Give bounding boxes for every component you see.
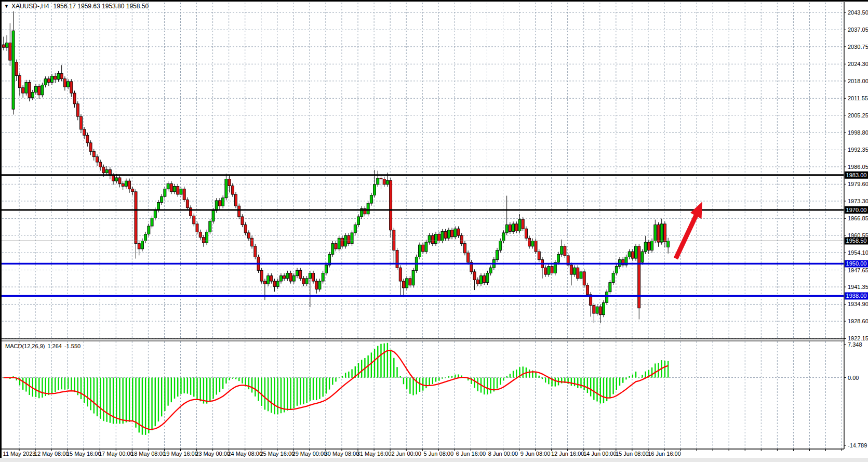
time-axis-label: 31 May 16:00: [357, 451, 392, 457]
time-axis-label: 19 May 16:00: [163, 451, 198, 457]
time-axis-label: 12 Jun 16:00: [551, 451, 584, 457]
price-badge-1970.00: 1970.00: [846, 207, 867, 213]
time-axis-label: 24 May 08:00: [228, 451, 262, 457]
macd-indicator-label: MACD(12,26,9)1.264-1.550: [5, 343, 83, 349]
price-axis-label: 2043.50: [848, 9, 868, 16]
chart-title-bar: ▼XAUUSD-,H41956.17 1959.63 1953.80 1958.…: [4, 3, 149, 10]
time-axis-label: 16 Jun 16:00: [648, 451, 681, 457]
time-axis-label: 6 Jun 16:00: [456, 451, 486, 457]
price-axis-label: 2005.25: [848, 112, 868, 118]
macd-axis-label: -14.789: [848, 442, 867, 448]
macd-value: 1.264: [47, 343, 62, 349]
chart-canvas[interactable]: 2043.502037.052030.752024.302018.002011.…: [0, 0, 868, 462]
price-badge-1950.00: 1950.00: [846, 260, 867, 267]
price-axis-label: 1922.15: [848, 335, 868, 341]
price-axis-label: 1934.90: [848, 301, 868, 307]
time-axis-label: 2 Jun 00:00: [391, 451, 421, 457]
price-axis-label: 1928.60: [848, 318, 868, 324]
time-axis-label: 8 Jun 00:00: [488, 451, 518, 457]
mt4-chart-window: ▼XAUUSD-,H41956.17 1959.63 1953.80 1958.…: [0, 0, 868, 462]
pane-borders: [0, 0, 868, 462]
macd-indicator-pane: [3, 343, 669, 435]
time-axis-label: 18 May 08:00: [131, 451, 166, 457]
price-badge-1938.00: 1938.00: [846, 293, 867, 299]
macd-axis[interactable]: 7.3480.00-14.789: [844, 341, 867, 448]
price-axis-label: 2030.75: [848, 44, 868, 50]
price-axis-label: 1947.65: [848, 267, 868, 273]
price-axis-label: 2037.05: [848, 27, 868, 33]
price-axis-label: 1941.35: [848, 284, 868, 290]
time-axis-label: 17 May 00:00: [99, 451, 133, 457]
price-badge-1958.50: 1958.50: [846, 237, 867, 244]
time-axis-label: 12 May 08:00: [34, 451, 69, 457]
price-axis-label: 1998.80: [848, 129, 868, 136]
macd-signal-value: -1.550: [64, 343, 81, 349]
price-axis-label: 1979.60: [848, 181, 868, 187]
price-axis-label: 1954.10: [848, 249, 868, 256]
price-axis-label: 1966.85: [848, 215, 868, 221]
price-axis-label: 2024.30: [848, 61, 868, 67]
time-axis-label: 11 May 2023: [3, 451, 36, 457]
time-axis-label: 15 Jun 08:00: [616, 451, 649, 457]
price-axis-label: 2018.00: [848, 78, 868, 84]
time-axis-label: 15 May 16:00: [66, 451, 101, 457]
time-axis-label: 23 May 00:00: [195, 451, 230, 457]
price-axis-label: 1992.35: [848, 147, 868, 153]
chart-ohlc-readout: 1956.17 1959.63 1953.80 1958.50: [54, 3, 149, 10]
chart-dropdown-icon[interactable]: ▼: [4, 4, 9, 9]
time-axis-label: 5 Jun 08:00: [424, 451, 454, 457]
price-axis-label: 1973.30: [848, 198, 868, 204]
time-axis-label: 29 May 00:00: [292, 451, 327, 457]
macd-axis-label: 0.00: [848, 375, 859, 381]
macd-name: MACD(12,26,9): [5, 343, 45, 349]
time-axis[interactable]: 11 May 202312 May 08:0015 May 16:0017 Ma…: [3, 449, 842, 457]
macd-axis-label: 7.348: [848, 341, 862, 348]
time-axis-label: 30 May 08:00: [325, 451, 359, 457]
price-axis-label: 2011.55: [848, 95, 868, 101]
price-badge-1983.00: 1983.00: [846, 172, 867, 178]
price-axis[interactable]: 2043.502037.052030.752024.302018.002011.…: [844, 9, 868, 341]
price-axis-label: 1986.05: [848, 164, 868, 170]
time-axis-label: 14 Jun 00:00: [583, 451, 617, 457]
time-axis-label: 25 May 16:00: [260, 451, 295, 457]
chart-symbol-period: XAUUSD-,H4: [11, 3, 49, 10]
candlestick-series: [2, 11, 669, 323]
time-axis-label: 9 Jun 08:00: [520, 451, 551, 457]
